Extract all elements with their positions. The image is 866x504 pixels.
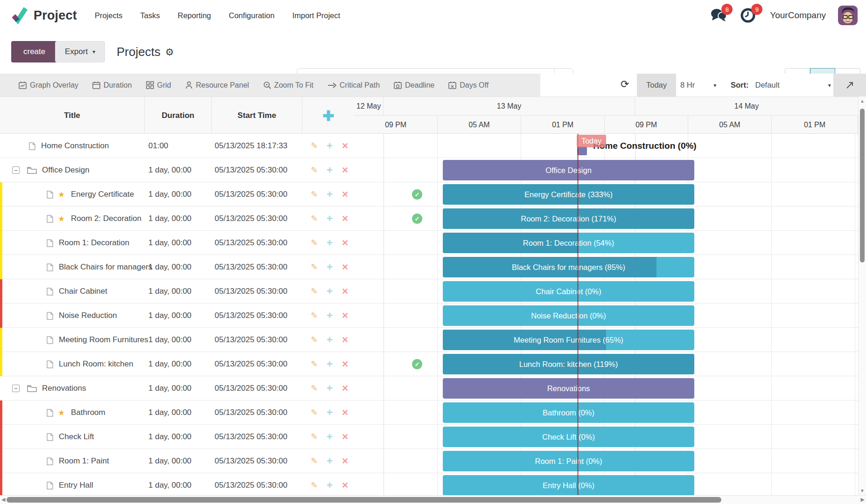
delete-icon[interactable]: ✕ (342, 328, 349, 352)
scroll-up-icon[interactable]: ▲ (860, 98, 865, 104)
scale-dropdown[interactable]: 8 Hr ▾ (680, 74, 716, 97)
menu-import-project[interactable]: Import Project (292, 11, 340, 20)
gantt-bar[interactable]: Check Lift (0%) (443, 427, 694, 447)
add-icon[interactable]: + (327, 400, 333, 425)
add-task-button[interactable]: ✚ (322, 108, 334, 124)
gantt-bar[interactable]: Lunch Room: kitchen (119%) (443, 354, 694, 374)
create-button[interactable]: create (11, 41, 57, 62)
task-row[interactable]: ★Energy Certificate1 day, 00:0005/13/202… (0, 182, 354, 207)
delete-icon[interactable]: ✕ (342, 158, 349, 182)
add-icon[interactable]: + (327, 231, 333, 255)
star-icon[interactable]: ★ (58, 400, 65, 425)
grid-button[interactable]: Grid (146, 81, 171, 90)
refresh-icon[interactable]: ⟳ (621, 78, 629, 90)
delete-icon[interactable]: ✕ (342, 449, 349, 473)
add-icon[interactable]: + (327, 207, 333, 231)
gantt-bar[interactable]: Bathroom (0%) (443, 402, 694, 423)
star-icon[interactable]: ★ (58, 182, 65, 207)
messages-button[interactable]: 8 (710, 7, 728, 23)
menu-configuration[interactable]: Configuration (229, 11, 274, 20)
delete-icon[interactable]: ✕ (342, 207, 349, 231)
delete-icon[interactable]: ✕ (342, 304, 349, 328)
horizontal-scrollbar[interactable]: ◀ ▶ (0, 495, 866, 504)
column-header-duration[interactable]: Duration (145, 97, 212, 134)
graph-overlay-button[interactable]: Graph Overlay (19, 81, 78, 90)
gantt-bar[interactable]: Noise Reduction (0%) (443, 305, 694, 326)
add-icon[interactable]: + (327, 376, 333, 400)
task-row[interactable]: Black Chairs for managers1 day, 00:0005/… (0, 255, 354, 279)
critical-path-button[interactable]: Critical Path (328, 81, 380, 90)
delete-icon[interactable]: ✕ (342, 425, 349, 449)
task-row[interactable]: ★Room 2: Decoration1 day, 00:0005/13/202… (0, 207, 354, 231)
delete-icon[interactable]: ✕ (342, 255, 349, 279)
add-icon[interactable]: + (327, 255, 333, 279)
collapse-toggle[interactable]: − (12, 385, 20, 392)
edit-icon[interactable]: ✎ (311, 158, 318, 182)
task-row[interactable]: Meeting Room Furnitures1 day, 00:0005/13… (0, 328, 354, 352)
zoom-to-fit-button[interactable]: Zoom To Fit (263, 81, 314, 90)
edit-icon[interactable]: ✎ (311, 182, 318, 207)
delete-icon[interactable]: ✕ (342, 279, 349, 304)
gantt-bar[interactable] (577, 146, 587, 155)
gantt-bar[interactable]: Black Chairs for managers (85%) (443, 257, 694, 277)
column-header-start-time[interactable]: Start Time (212, 97, 302, 134)
today-button[interactable]: Today (637, 74, 676, 97)
vertical-scrollbar[interactable]: ▲ ▼ (858, 97, 866, 495)
column-header-title[interactable]: Title (0, 97, 145, 134)
add-icon[interactable]: + (327, 158, 333, 182)
add-icon[interactable]: + (327, 449, 333, 473)
gear-icon[interactable]: ⚙ (165, 47, 174, 58)
task-row[interactable]: Room 1: Paint1 day, 00:0005/13/2025 05:3… (0, 449, 354, 473)
vertical-scroll-thumb[interactable] (860, 109, 865, 262)
app-menu[interactable]: Project (10, 6, 77, 25)
edit-icon[interactable]: ✎ (311, 207, 318, 231)
menu-projects[interactable]: Projects (95, 11, 123, 20)
add-icon[interactable]: + (327, 304, 333, 328)
delete-icon[interactable]: ✕ (342, 352, 349, 376)
gantt-bar[interactable]: Room 2: Decoration (171%) (443, 208, 694, 229)
delete-icon[interactable]: ✕ (342, 400, 349, 425)
edit-icon[interactable]: ✎ (311, 376, 318, 400)
activities-button[interactable]: 9 (740, 7, 758, 23)
delete-icon[interactable]: ✕ (342, 182, 349, 207)
export-button[interactable]: Export ▾ (55, 41, 105, 62)
delete-icon[interactable]: ✕ (342, 134, 349, 158)
edit-icon[interactable]: ✎ (311, 449, 318, 473)
delete-icon[interactable]: ✕ (342, 473, 349, 495)
edit-icon[interactable]: ✎ (311, 231, 318, 255)
scroll-down-icon[interactable]: ▼ (860, 488, 865, 493)
horizontal-scroll-thumb[interactable] (7, 497, 721, 503)
fullscreen-button[interactable] (833, 74, 866, 97)
gantt-bar[interactable]: Chair Cabinet (0%) (443, 281, 694, 302)
add-icon[interactable]: + (327, 182, 333, 207)
gantt-bar[interactable]: Energy Certificate (333%) (443, 184, 694, 205)
deadline-button[interactable]: Deadline (394, 81, 434, 90)
task-row[interactable]: Check Lift1 day, 00:0005/13/2025 05:30:0… (0, 425, 354, 449)
delete-icon[interactable]: ✕ (342, 376, 349, 400)
add-icon[interactable]: + (327, 328, 333, 352)
task-row[interactable]: Chair Cabinet1 day, 00:0005/13/2025 05:3… (0, 279, 354, 304)
edit-icon[interactable]: ✎ (311, 328, 318, 352)
task-row[interactable]: Entry Hall1 day, 00:0005/13/2025 05:30:0… (0, 473, 354, 495)
task-row[interactable]: −Renovations1 day, 00:0005/13/2025 05:30… (0, 376, 354, 400)
days-off-button[interactable]: Days Off (448, 81, 489, 90)
edit-icon[interactable]: ✎ (311, 425, 318, 449)
edit-icon[interactable]: ✎ (311, 352, 318, 376)
menu-tasks[interactable]: Tasks (140, 11, 160, 20)
task-row[interactable]: Noise Reduction1 day, 00:0005/13/2025 05… (0, 304, 354, 328)
task-row[interactable]: ★Bathroom1 day, 00:0005/13/2025 05:30:00… (0, 400, 354, 425)
menu-reporting[interactable]: Reporting (178, 11, 211, 20)
gantt-bar[interactable]: Room 1: Decoration (54%) (443, 233, 694, 253)
task-row[interactable]: −Office Design1 day, 00:0005/13/2025 05:… (0, 158, 354, 182)
edit-icon[interactable]: ✎ (311, 304, 318, 328)
edit-icon[interactable]: ✎ (311, 134, 318, 158)
add-icon[interactable]: + (327, 473, 333, 495)
add-icon[interactable]: + (327, 425, 333, 449)
star-icon[interactable]: ★ (58, 207, 65, 231)
gantt-bar[interactable]: Entry Hall (0%) (443, 475, 694, 495)
add-icon[interactable]: + (327, 352, 333, 376)
company-name[interactable]: YourCompany (770, 10, 826, 21)
scroll-left-icon[interactable]: ◀ (1, 497, 5, 503)
edit-icon[interactable]: ✎ (311, 473, 318, 495)
add-icon[interactable]: + (327, 134, 333, 158)
